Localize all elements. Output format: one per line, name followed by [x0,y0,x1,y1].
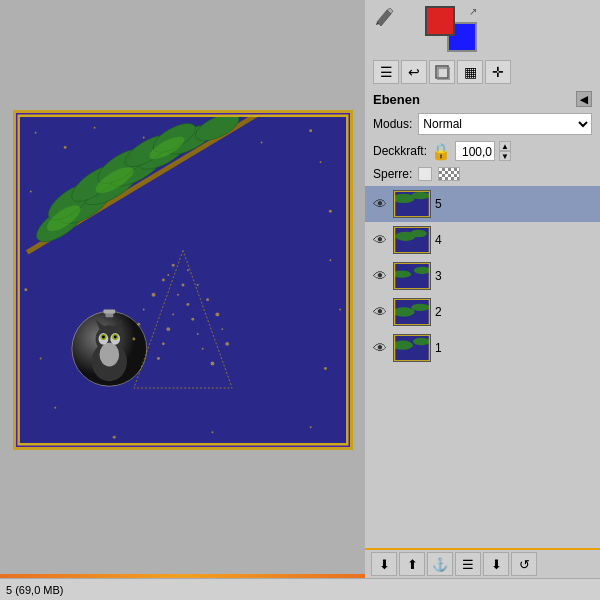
layer-name-4: 4 [435,233,442,247]
layer-name-1: 1 [435,341,442,355]
svg-rect-0 [16,113,350,447]
layer-item-3[interactable]: 👁 3 [365,258,600,294]
layer-item-4[interactable]: 👁 4 [365,222,600,258]
canvas-image [13,110,353,450]
foreground-background-colors: ↗ [425,6,477,52]
svg-point-73 [161,342,164,345]
layer-item-5[interactable]: 👁 5 [365,186,600,222]
svg-point-59 [142,308,144,310]
svg-point-67 [177,294,179,296]
svg-point-58 [206,298,209,301]
svg-point-87 [410,230,427,237]
toolbar-row: ☰ ↩ ▦ ✛ [365,58,600,88]
svg-point-10 [328,210,331,213]
mode-label: Modus: [373,117,412,131]
svg-point-99 [413,338,430,345]
svg-point-70 [191,318,194,321]
layers-title: Ebenen [373,92,420,107]
svg-point-61 [137,323,140,326]
opacity-down-btn[interactable]: ▼ [499,151,511,161]
layer-add-btn[interactable]: ⬇ [483,552,509,576]
layer-name-5: 5 [435,197,442,211]
swap-colors-icon[interactable]: ↗ [469,6,477,17]
svg-point-8 [319,161,321,163]
layer-item-1[interactable]: 👁 1 [365,330,600,366]
grid-btn[interactable]: ▦ [457,60,483,84]
svg-point-7 [309,129,312,132]
eye-icon-1[interactable]: 👁 [371,339,389,357]
svg-point-95 [411,304,430,311]
svg-point-56 [196,284,198,286]
eye-icon-2[interactable]: 👁 [371,303,389,321]
layer-down-btn[interactable]: ⬇ [371,552,397,576]
undo-btn[interactable]: ↩ [401,60,427,84]
svg-point-71 [166,327,170,331]
svg-point-53 [171,264,174,267]
mode-row: Modus: Normal Auflösen Multiplizieren [365,110,600,138]
canvas-panel [0,0,365,578]
mode-select[interactable]: Normal Auflösen Multiplizieren [418,113,592,135]
layer-thumb-3 [393,262,431,290]
lock-label: Sperre: [373,167,412,181]
foreground-color-swatch[interactable] [425,6,455,36]
layer-thumb-2 [393,298,431,326]
eye-icon-5[interactable]: 👁 [371,195,389,213]
move-btn[interactable]: ✛ [485,60,511,84]
svg-point-74 [201,348,203,350]
eye-icon-4[interactable]: 👁 [371,231,389,249]
svg-point-2 [63,146,66,149]
lock-pattern[interactable] [438,167,460,181]
pencil-icon [373,6,395,31]
svg-point-75 [156,357,159,360]
layer-name-2: 2 [435,305,442,319]
layer-up-btn[interactable]: ⬆ [399,552,425,576]
layers-header: Ebenen ◀ [365,88,600,110]
opacity-up-btn[interactable]: ▲ [499,141,511,151]
opacity-value[interactable]: 100,0 [455,141,495,161]
status-bar: 5 (69,0 MB) [0,578,600,600]
right-panel: ↗ ☰ ↩ ▦ ✛ Ebenen ◀ [365,0,600,578]
svg-point-68 [186,303,189,306]
svg-point-16 [323,367,326,370]
svg-point-55 [161,279,164,282]
status-text: 5 (69,0 MB) [6,584,63,596]
svg-point-60 [215,312,219,316]
svg-point-48 [113,336,116,339]
toolbox-top: ↗ [365,0,600,58]
svg-point-54 [186,269,188,271]
svg-point-20 [211,431,213,433]
layer-duplicate-btn[interactable]: ☰ [455,552,481,576]
svg-point-69 [172,313,174,315]
svg-point-49 [99,343,119,367]
svg-point-76 [210,362,214,366]
svg-point-91 [414,267,430,274]
layer-list: 👁 5 👁 4 👁 [365,186,600,366]
svg-point-57 [151,293,155,297]
opacity-row: Deckkraft: 🔒 100,0 ▲ ▼ [365,138,600,164]
lock-checkbox[interactable] [418,167,432,181]
orange-bar [0,574,365,578]
svg-point-72 [196,333,198,335]
svg-point-18 [309,426,311,428]
svg-point-12 [329,259,331,261]
canvas-top-area [10,10,355,100]
svg-point-13 [24,288,27,291]
new-layer-btn[interactable] [429,60,455,84]
svg-point-62 [221,328,223,330]
eye-icon-3[interactable]: 👁 [371,267,389,285]
layer-item-2[interactable]: 👁 2 [365,294,600,330]
opacity-spin: ▲ ▼ [499,141,511,161]
lock-icon: 🔒 [431,142,451,161]
layers-menu-btn[interactable]: ☰ [373,60,399,84]
layer-delete-btn[interactable]: ↺ [511,552,537,576]
layer-name-3: 3 [435,269,442,283]
svg-point-64 [225,342,229,346]
svg-point-1 [34,132,36,134]
svg-point-9 [29,191,31,193]
svg-point-19 [112,436,115,439]
main-area: ↗ ☰ ↩ ▦ ✛ Ebenen ◀ [0,0,600,578]
layers-panel: Ebenen ◀ Modus: Normal Auflösen Multipli… [365,88,600,548]
layer-thumb-4 [393,226,431,254]
layers-collapse-btn[interactable]: ◀ [576,91,592,107]
layer-anchor-btn[interactable]: ⚓ [427,552,453,576]
